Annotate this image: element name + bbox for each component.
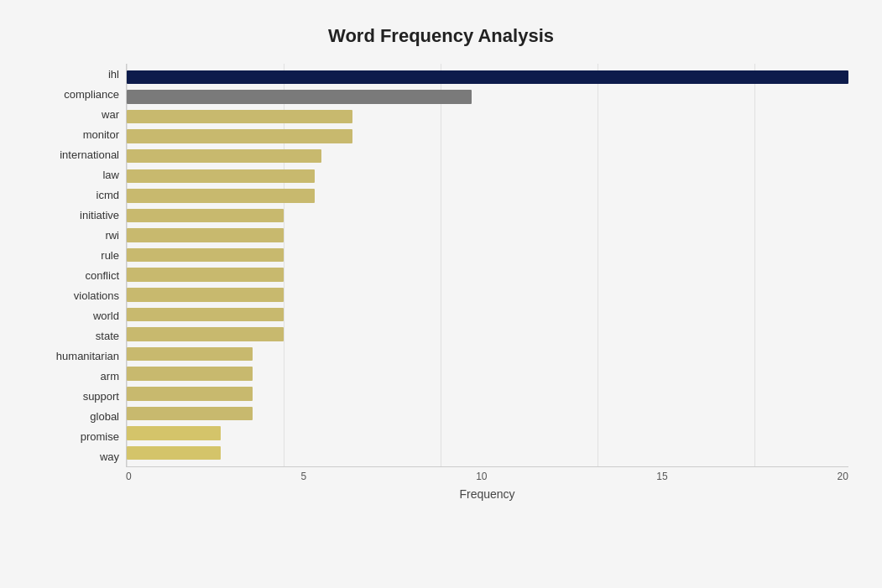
bar [127,110,352,124]
bar-row [127,384,848,404]
bar-row [127,245,848,265]
bar [127,228,284,242]
bar-row [127,344,848,364]
y-label: war [34,109,119,120]
bar-row [127,403,848,424]
x-tick: 5 [301,471,307,482]
bar-row [127,325,848,345]
x-tick: 10 [476,471,487,482]
bar [127,268,284,282]
x-tick: 15 [656,471,667,482]
bar [127,169,315,184]
bar-row [127,265,848,285]
bar-row [127,127,848,147]
chart-area: ihlcompliancewarmonitorinternationallawi… [34,64,848,467]
y-label: monitor [34,129,119,140]
bar [127,407,253,421]
y-label: support [34,391,119,402]
bar-row [127,443,848,463]
bar-row [127,424,848,444]
bar [127,248,284,263]
bar [127,90,472,104]
x-axis: 05101520 [34,471,848,482]
y-label: promise [34,431,119,442]
bar-row [127,107,848,127]
y-label: global [34,411,119,422]
bar-row [127,364,848,384]
y-label: rule [34,250,119,261]
bar [127,426,221,440]
y-label: rwi [34,230,119,241]
bar [127,70,848,85]
y-label: compliance [34,89,119,100]
y-label: arm [34,371,119,382]
bar [127,149,321,164]
bar [127,446,221,461]
y-label: icmd [34,190,119,200]
bar-row [127,146,848,166]
x-tick: 20 [838,471,848,482]
y-label: ihl [34,69,119,80]
plot-area [126,64,848,467]
y-label: initiative [34,210,119,221]
bar [127,189,315,203]
bar [127,209,284,223]
bar [127,129,352,143]
bar-row [127,206,848,226]
bar [127,308,284,322]
bar-row [127,87,848,107]
bar [127,288,284,302]
bar-row [127,67,848,87]
bar-row [127,166,848,186]
chart-title: Word Frequency Analysis [34,17,848,47]
y-label: violations [34,290,119,301]
y-label: law [34,169,119,180]
y-label: way [34,451,119,462]
chart-container: Word Frequency Analysis ihlcompliancewar… [0,0,882,588]
x-tick: 0 [126,471,132,482]
bar-row [127,226,848,246]
x-ticks: 05101520 [126,471,848,482]
y-label: world [34,310,119,321]
y-label: international [34,149,119,160]
bar-row [127,186,848,206]
bar [127,387,253,401]
y-label: state [34,330,119,341]
bar [127,367,253,381]
x-axis-label: Frequency [34,487,848,501]
bar-row [127,304,848,325]
bar-row [127,285,848,305]
bar [127,327,284,341]
bars-container [127,64,848,466]
y-label: conflict [34,270,119,281]
bar [127,347,253,362]
y-label: humanitarian [34,351,119,362]
y-axis: ihlcompliancewarmonitorinternationallawi… [34,64,126,467]
